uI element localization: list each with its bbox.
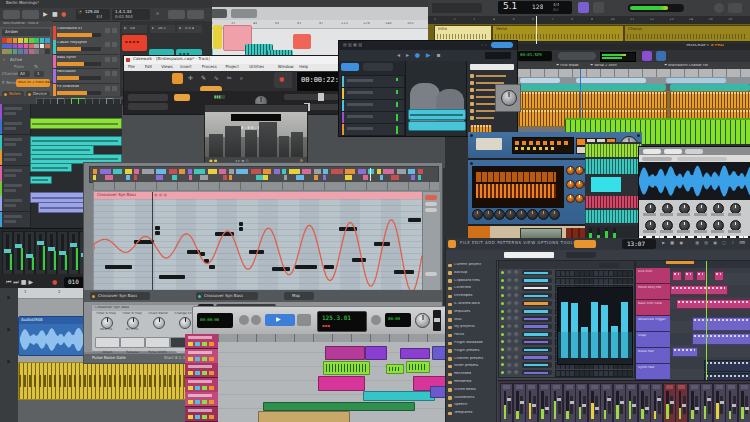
- fader-cap[interactable]: [48, 247, 55, 251]
- browser-item[interactable]: Clipboard files: [446, 278, 496, 285]
- browser-item[interactable]: Current project: [446, 262, 496, 269]
- strip-button[interactable]: [195, 400, 200, 404]
- mixer-strip[interactable]: [57, 231, 68, 275]
- channel-button[interactable]: [522, 285, 552, 290]
- sample-wave-view[interactable]: [639, 162, 750, 200]
- channel-button[interactable]: [522, 324, 552, 329]
- channel-button[interactable]: [522, 370, 552, 375]
- pan-knob[interactable]: [507, 270, 512, 275]
- channel-led[interactable]: [501, 294, 504, 297]
- instrument-device[interactable]: Crossover Syn Bass Filter A Freq80.0 HzF…: [91, 304, 198, 352]
- arrangement-overview[interactable]: [89, 166, 439, 183]
- vol-knob[interactable]: [514, 270, 519, 275]
- solo-button[interactable]: [112, 71, 117, 76]
- browser-item[interactable]: Collected: [446, 285, 496, 292]
- mixer-strip[interactable]: [713, 383, 726, 422]
- strip-button[interactable]: [195, 415, 200, 419]
- mixer-strip[interactable]: [625, 383, 638, 422]
- channel-button[interactable]: [522, 339, 552, 344]
- track-header[interactable]: [0, 196, 30, 212]
- color-swatch[interactable]: [24, 44, 29, 49]
- fader-handle[interactable]: [545, 407, 549, 410]
- pattern-clip[interactable]: [672, 347, 698, 357]
- track-strip[interactable]: [185, 392, 218, 407]
- loop-marker[interactable]: [666, 261, 694, 264]
- mixer-strip[interactable]: [513, 383, 526, 422]
- channel-row[interactable]: [499, 269, 634, 276]
- fl-transport-icons[interactable]: ▶ ■ ●: [662, 241, 685, 245]
- mixer-strip[interactable]: [700, 383, 713, 422]
- playlist-track-label[interactable]: Mood Willy Md: [636, 284, 670, 300]
- fader-handle[interactable]: [532, 404, 536, 407]
- playlist-track-label[interactable]: Kick Riot: [636, 268, 670, 284]
- midi-note[interactable]: [249, 250, 264, 254]
- view-button[interactable]: [728, 3, 742, 13]
- fader-slot[interactable]: [545, 396, 548, 414]
- channel-led[interactable]: [501, 371, 504, 374]
- color-swatch[interactable]: [24, 38, 29, 43]
- strip-button[interactable]: [209, 386, 214, 390]
- rex-knob[interactable]: [483, 209, 494, 220]
- strip-button[interactable]: [188, 415, 193, 419]
- menu-item[interactable]: Project: [225, 65, 239, 69]
- fader-slot[interactable]: [670, 396, 673, 414]
- vol-knob[interactable]: [514, 316, 519, 321]
- lightdaw-titlebar[interactable]: [205, 0, 458, 7]
- fader-track[interactable]: [284, 94, 344, 100]
- device-titlebar[interactable]: Crossover Syn Bass: [92, 305, 197, 311]
- fader-slot[interactable]: [745, 396, 748, 414]
- strip-button[interactable]: [188, 342, 193, 346]
- record-icon[interactable]: ●: [61, 11, 66, 18]
- playlist-track-label[interactable]: Snap: [636, 332, 670, 348]
- rex-knob[interactable]: [549, 209, 560, 220]
- mixer-strip[interactable]: [24, 231, 35, 275]
- settings-button[interactable]: [714, 3, 724, 13]
- browser-item[interactable]: Envelopes: [446, 293, 496, 300]
- orange-knob[interactable]: [575, 180, 584, 189]
- fader-handle[interactable]: [620, 401, 624, 404]
- s1-titlebar[interactable]: ▤ ▥ ▦ ▧ ⌕ ⌕: [339, 41, 517, 50]
- fl-window-icons[interactable]: ▦ ▤ ▣ ▢ ♪ ⌨: [695, 241, 747, 245]
- fader-slot[interactable]: [620, 396, 623, 414]
- toolbar-field[interactable]: [677, 157, 727, 161]
- midi-note[interactable]: [159, 275, 185, 279]
- channel-led[interactable]: [501, 302, 504, 305]
- menu-item[interactable]: File: [128, 65, 135, 69]
- mute-button[interactable]: [105, 57, 110, 62]
- edit-button[interactable]: EDIT: [187, 10, 204, 19]
- track-row[interactable]: Percussion: [53, 69, 119, 84]
- pattern-clip[interactable]: [692, 317, 750, 331]
- timeline-marker[interactable]: ⚑ Verse 2 Anth: [590, 64, 617, 68]
- rex-knob[interactable]: [516, 209, 527, 220]
- audio-clip[interactable]: [585, 144, 641, 157]
- clip[interactable]: [258, 411, 350, 422]
- track-controls[interactable]: [4, 112, 16, 115]
- fader-handle[interactable]: [657, 398, 661, 401]
- vol-knob[interactable]: [514, 363, 519, 368]
- mute-button[interactable]: [105, 28, 110, 33]
- track-controls[interactable]: [4, 220, 16, 223]
- mixer-strip[interactable]: [650, 383, 663, 422]
- color-swatch[interactable]: [45, 49, 50, 54]
- orange-knob[interactable]: [566, 194, 575, 203]
- clip[interactable]: [323, 361, 370, 375]
- browser-item[interactable]: Rendered: [446, 379, 496, 386]
- channel-button[interactable]: [522, 347, 552, 352]
- vol-knob[interactable]: [514, 339, 519, 344]
- play-mode-button[interactable]: PLAY: [22, 10, 39, 19]
- channel-led[interactable]: [501, 317, 504, 320]
- browser-item[interactable]: IL shared data: [446, 301, 496, 308]
- mixer-strip[interactable]: [638, 383, 651, 422]
- tempo-knob[interactable]: [415, 313, 430, 328]
- solo-button[interactable]: [112, 28, 117, 33]
- clip[interactable]: [263, 402, 415, 411]
- mixer-strip[interactable]: [588, 383, 601, 422]
- s1-tabs-button[interactable]: [491, 42, 513, 48]
- midi-note[interactable]: [155, 231, 160, 235]
- tool-icons[interactable]: ✛ ✎ ∿ ✂ ⌕: [188, 75, 246, 82]
- fader-handle[interactable]: [695, 407, 699, 410]
- strip-button[interactable]: [209, 415, 214, 419]
- add-button[interactable]: ADD: [168, 10, 185, 19]
- color-swatch[interactable]: [2, 38, 7, 43]
- solo-button[interactable]: [112, 86, 117, 91]
